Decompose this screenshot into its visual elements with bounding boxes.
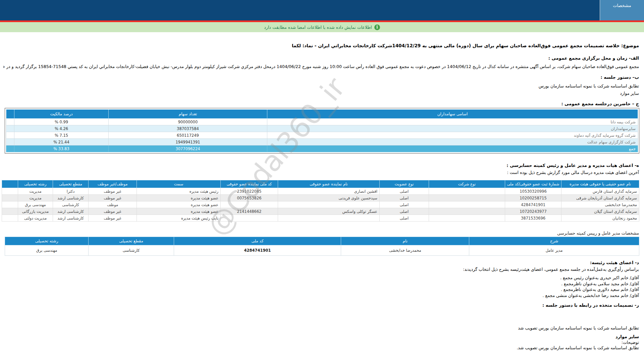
total-share-count: 3077096224 (109, 145, 267, 152)
notes-label: توضیحات: (622, 340, 639, 345)
empty-cell (6, 139, 14, 145)
col-header-description: شرح (469, 237, 639, 245)
shareholder-name: شرکت بیمه دانا (267, 119, 638, 125)
col-header-field: رشته تحصیلی (5, 237, 89, 245)
ceo-degree: کارشناسی (89, 245, 174, 256)
board-member-row: محمدرضا خدابخشی 4284741901 اصلی عضو هیئت… (2, 201, 639, 208)
shareholder-name: سایرسهامداران (267, 125, 638, 132)
ownership-pct: 21.44 % (14, 139, 109, 145)
ceo-description: مدیر عامل (469, 245, 639, 256)
total-ownership-pct: 33.83 % (14, 145, 109, 152)
position: نایب رئیس هیئت مدیره (137, 215, 221, 222)
presiding-member: آقای/ خانم محمد رضا خدابخشی به‌عنوان منش… (543, 293, 639, 299)
empty-cell (2, 195, 18, 201)
section-dal-title: د- اعضای هیئت رئیسه: (590, 260, 639, 265)
position: عضو هیئت مدیره (137, 201, 221, 208)
degree: دکترا (53, 188, 89, 195)
col-header-position: سمت (137, 180, 221, 188)
col-header-degree: مقطع تحصیلی (53, 180, 89, 188)
shareholder-row: شرکت کارگزاری سهام عدالت 1949941391 21.4… (6, 139, 638, 145)
col-header-shareholder-names: اسامی سهامداران (267, 110, 638, 119)
board-table: نام عضو حقیقی یا حقوقی هیئت مدیره شمارۀ … (2, 180, 639, 222)
tab-specifications[interactable]: مشخصات (600, 0, 644, 20)
board-member-row: سرمایه گذاری استان گیلان 10720243977 اصل… (2, 208, 639, 215)
report-subject: موضوع: خلاصه تصمیمات مجمع عمومی فوق‌العا… (292, 43, 639, 48)
duty: غیر موظف (89, 215, 137, 222)
representative-name: عسگر توکلی واسکس (278, 208, 380, 215)
col-header-share-count: تعداد سهام (109, 110, 267, 119)
section-alef-body: مجمع عمومی فوق‌العاده صاحبان سهام شرکت، … (3, 64, 639, 69)
member-name: محمود زنجانیان (561, 215, 639, 222)
col-header-representative-code: کد ملی نماینده عضو حقوقی (221, 180, 278, 188)
shareholders-table-container: اسامی سهامداران تعداد سهام درصد مالکیت ش… (5, 108, 639, 154)
col-header-reg-number: شمارۀ ثبت عضو حقوقی/کد ملی (505, 180, 561, 188)
codal-report-page: { "colors": { "topbar": "#0d4779", "tab"… (0, 0, 644, 362)
notice-text: اطلاعات نمایش داده شده با اطلاعات امضا ش… (264, 25, 372, 30)
shareholders-table: اسامی سهامداران تعداد سهام درصد مالکیت ش… (6, 109, 638, 152)
representative-name: سیدحسین علوی فریدنی (278, 195, 380, 201)
share-count: 1949941391 (109, 139, 267, 145)
member-name: سرمایه گذاری استان فارس (561, 188, 639, 195)
ceo-header-row: شرح نام کد ملی مقطع تحصیلی رشته تحصیلی (5, 237, 639, 245)
empty-cell (2, 208, 18, 215)
ceo-name: محمدرضا خدابخشی (341, 245, 469, 256)
field: مدیریت (18, 195, 53, 201)
presiding-member: آقای/ خانم اکبر حیدری به‌عنوان رئیس مجمع… (543, 275, 639, 281)
membership-type: اصلی (380, 201, 429, 208)
membership-type: اصلی (380, 188, 429, 195)
shareholder-name: شرکت کارگزاری سهام عدالت (267, 139, 638, 145)
board-member-row: سرمایه گذاری استان آذربایجان شرقی 102002… (2, 195, 639, 201)
reg-number: 10530320996 (505, 188, 561, 195)
shareholder-row: شرکت گروه سرمایه گذاری آتیه دماوند 65011… (6, 132, 638, 139)
empty-cell (6, 132, 14, 139)
field: مدیریت (18, 188, 53, 195)
representative-code: 0075653826 (221, 195, 278, 201)
section-he-subtitle: آخرین اعضای هیئت مدیره درسال مالی مورد گ… (507, 170, 639, 175)
col-header-empty (2, 180, 18, 188)
other-items-title: سایر موارد (615, 334, 639, 339)
board-header-row: نام عضو حقیقی یا حقوقی هیئت مدیره شمارۀ … (2, 180, 639, 188)
duty: غیر موظف (89, 208, 137, 215)
ceo-row: مدیر عامل محمدرضا خدابخشی 4284741901 کار… (5, 245, 639, 256)
info-icon (374, 24, 380, 30)
degree: کارشناسی (53, 201, 89, 208)
representative-name: افشین انصاری (278, 188, 380, 195)
section-he-title: ه- اعضای هیات مدیره و مدیر عامل و رئیس ک… (506, 163, 639, 168)
ceo-national-code: 4284741901 (174, 245, 341, 256)
degree: کارشناسی ارشد (53, 215, 89, 222)
col-header-empty (6, 110, 14, 119)
col-header-duty: موظف/غیر موظف (89, 180, 137, 188)
note-text: تطابق اساسنامه شرکت با نمونه اساسنامه سا… (517, 345, 639, 350)
col-header-membership-type: نوع عضویت (380, 180, 429, 188)
top-navigation-bar (0, 0, 644, 20)
reg-number: 10720243977 (505, 208, 561, 215)
section-dal-intro: براساس رأی‌گیری به‌عمل‌آمده در جلسه مجمع… (463, 267, 639, 272)
ownership-pct: 0.99 % (14, 119, 109, 125)
col-header-name: نام (341, 237, 469, 245)
col-header-member-name: نام عضو حقیقی یا حقوقی هیئت مدیره (561, 180, 639, 188)
field: مهندسی برق (18, 201, 53, 208)
col-header-national-code: کد ملی (174, 237, 341, 245)
ceo-table-container: شرح نام کد ملی مقطع تحصیلی رشته تحصیلی م… (5, 237, 639, 256)
representative-code (221, 201, 278, 208)
empty-cell (2, 188, 18, 195)
position: رئیس هیئت مدیره (137, 188, 221, 195)
shareholder-row: سایرسهامداران 387037584 4.26 % (6, 125, 638, 132)
shareholder-name: شرکت گروه سرمایه گذاری آتیه دماوند (267, 132, 638, 139)
signature-match-notice: اطلاعات نمایش داده شده با اطلاعات امضا ش… (0, 22, 644, 32)
representative-name (278, 215, 380, 222)
representative-code: 2391022085 (221, 188, 278, 195)
col-header-degree: مقطع تحصیلی (89, 237, 174, 245)
member-name: سرمایه گذاری استان گیلان (561, 208, 639, 215)
col-header-field: رشته تحصیلی (18, 180, 53, 188)
section-re-title: ر- تصمیمات متخذه در رابطه با دستور جلسه … (542, 303, 639, 308)
ceo-section-title: مشخصات مدیر عامل و رییس کمیته حسابرسی (557, 231, 639, 236)
section-be-title: ب– دستور جلسه : (600, 75, 639, 80)
company-type (429, 201, 505, 208)
ceo-field: مهندسی برق (5, 245, 89, 256)
field: مدیریت بازرگانی (18, 208, 53, 215)
degree: کارشناسی ارشد (53, 195, 89, 201)
degree: کارشناسی ارشد (53, 208, 89, 215)
duty: موظف (89, 201, 137, 208)
col-header-representative-name: نام نماینده عضو حقوقی (278, 180, 380, 188)
